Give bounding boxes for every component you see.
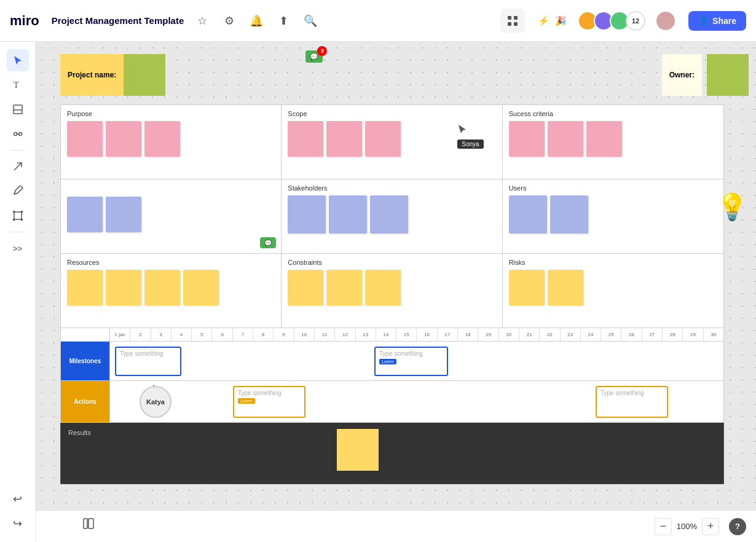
- sticky[interactable]: [106, 197, 141, 232]
- date-cell: 14: [376, 328, 396, 341]
- canvas[interactable]: Project name: 💬 3 Owner:: [36, 42, 756, 542]
- sticky[interactable]: [144, 121, 180, 157]
- sticky[interactable]: [548, 270, 583, 305]
- date-cell: 29: [683, 328, 703, 341]
- action-input-1[interactable]: Type something Lorem: [233, 386, 305, 418]
- chat-icon-2[interactable]: 💬: [260, 237, 276, 248]
- date-cell: 8: [253, 328, 274, 341]
- sticky[interactable]: [288, 270, 323, 305]
- results-row: Results: [60, 423, 724, 484]
- pen-tool[interactable]: [7, 180, 29, 202]
- date-cell: 27: [642, 328, 663, 341]
- svg-rect-5: [14, 105, 22, 114]
- sticky[interactable]: [370, 195, 408, 234]
- date-cell: 20: [499, 328, 519, 341]
- date-cell: 26: [621, 328, 642, 341]
- header-icons: ☆ ⚙ 🔔 ⬆ 🔍: [194, 12, 319, 29]
- svg-rect-15: [21, 219, 23, 221]
- avatar-group: 12: [578, 11, 645, 31]
- main-grid: Purpose Scope: [60, 104, 724, 328]
- select-tool[interactable]: [7, 49, 29, 71]
- sticky[interactable]: [67, 197, 103, 232]
- apps-button[interactable]: [500, 9, 525, 33]
- connect-tool[interactable]: [7, 123, 29, 145]
- board-title[interactable]: Project Management Template: [52, 15, 184, 26]
- project-header-row: Project name: 💬 3 Owner:: [60, 54, 749, 96]
- sticky[interactable]: [365, 270, 401, 305]
- sticky[interactable]: [548, 121, 583, 157]
- actions-content: Katya Type something Lorem Type somethin…: [110, 381, 723, 422]
- notifications-icon[interactable]: 🔔: [248, 12, 265, 29]
- date-cell: 12: [335, 328, 355, 341]
- export-icon[interactable]: ⬆: [275, 12, 292, 29]
- settings-icon[interactable]: ⚙: [221, 12, 238, 29]
- katya-avatar: Katya: [140, 386, 171, 418]
- risks-stickies: [509, 270, 717, 305]
- resources-cell: Resources: [61, 254, 282, 328]
- redo-button[interactable]: ↪: [7, 513, 29, 535]
- milestone-input-1[interactable]: Type something: [115, 347, 181, 376]
- more-tools[interactable]: >>: [7, 237, 29, 259]
- avatar-solo: [655, 10, 676, 31]
- actions-label: Actions: [71, 396, 99, 407]
- filter-icon[interactable]: ⚡: [535, 12, 552, 29]
- sticky[interactable]: [550, 195, 588, 234]
- actions-label-cell: Actions: [61, 381, 110, 422]
- sticky-tool[interactable]: [7, 98, 29, 120]
- text-tool[interactable]: T: [7, 74, 29, 96]
- sticky[interactable]: [509, 195, 547, 234]
- sticky[interactable]: [365, 121, 401, 157]
- sticky[interactable]: [288, 121, 323, 157]
- svg-rect-11: [14, 212, 22, 219]
- svg-text:T: T: [14, 81, 19, 90]
- share-button[interactable]: 👤 Share: [688, 11, 746, 31]
- date-cell: 6: [212, 328, 232, 341]
- presentation-icon[interactable]: 🎉: [552, 12, 569, 29]
- sticky[interactable]: [144, 270, 180, 305]
- date-cell: 9: [274, 328, 294, 341]
- date-cell: 22: [540, 328, 560, 341]
- undo-button[interactable]: ↩: [7, 488, 29, 510]
- zoom-out-button[interactable]: −: [655, 518, 672, 535]
- sticky[interactable]: [67, 270, 103, 305]
- sticky[interactable]: [509, 270, 545, 305]
- sticky[interactable]: [586, 121, 622, 157]
- svg-rect-14: [13, 219, 15, 221]
- sticky[interactable]: [509, 121, 545, 157]
- results-sticky[interactable]: [337, 429, 379, 471]
- stakeholders-stickies: [288, 195, 495, 234]
- sticky[interactable]: [288, 195, 326, 234]
- date-cell: 13: [356, 328, 376, 341]
- chat-icon-1[interactable]: 💬 3: [305, 50, 323, 63]
- milestone-input-2[interactable]: Type something Lorem: [374, 347, 448, 376]
- action-input-2[interactable]: Type something: [596, 386, 668, 418]
- help-button[interactable]: ?: [729, 518, 746, 535]
- sticky[interactable]: [326, 121, 362, 157]
- sticky[interactable]: [329, 195, 367, 234]
- milestones-row: Milestones Type something Type something…: [60, 342, 724, 381]
- sticky[interactable]: [67, 121, 103, 157]
- empty-stickies: [67, 184, 275, 232]
- empty-cell: 💬: [61, 179, 282, 253]
- date-cell: 21: [519, 328, 540, 341]
- star-icon[interactable]: ☆: [194, 12, 211, 29]
- stakeholders-label: Stakeholders: [288, 184, 495, 192]
- zoom-in-button[interactable]: +: [702, 518, 719, 535]
- grid-row-2: 💬 Stakeholders Users: [61, 179, 723, 254]
- owner-label: Owner:: [662, 54, 702, 96]
- date-cell: 11: [315, 328, 335, 341]
- sticky[interactable]: [326, 270, 362, 305]
- sticky[interactable]: [106, 270, 141, 305]
- arrow-tool[interactable]: [7, 155, 29, 178]
- actions-row: Actions Katya Type something Lorem T: [60, 381, 724, 423]
- sticky[interactable]: [106, 121, 141, 157]
- sticky[interactable]: [183, 270, 219, 305]
- purpose-stickies: [67, 121, 275, 157]
- svg-point-7: [14, 133, 17, 136]
- search-icon[interactable]: 🔍: [302, 12, 319, 29]
- panel-toggle-button[interactable]: [77, 513, 100, 535]
- frame-tool[interactable]: [7, 205, 29, 227]
- success-stickies: [509, 121, 717, 157]
- constraints-cell: Constraints: [282, 254, 502, 328]
- toolbar-actions: ⚡ 🎉: [535, 12, 569, 29]
